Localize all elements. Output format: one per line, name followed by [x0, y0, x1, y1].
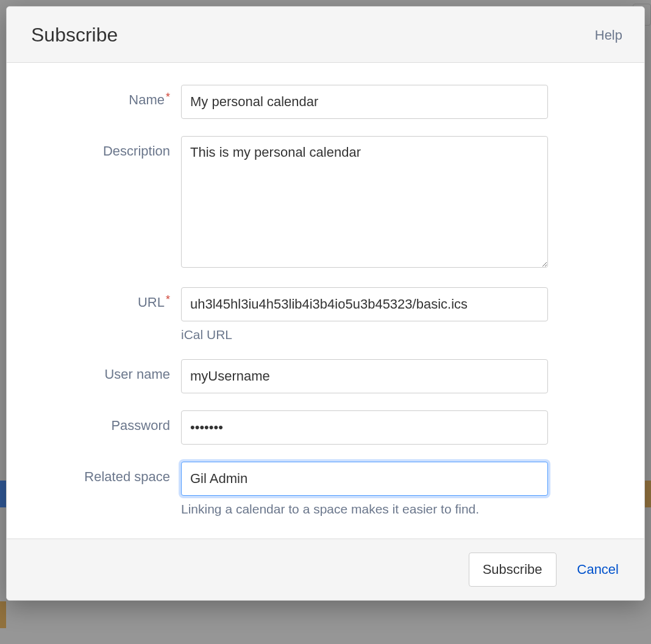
- related-space-helper-text: Linking a calendar to a space makes it e…: [181, 502, 548, 517]
- required-star-icon: *: [166, 91, 170, 103]
- related-space-field-wrap: Linking a calendar to a space makes it e…: [181, 462, 548, 517]
- description-label: Description: [41, 136, 181, 159]
- name-label-text: Name: [129, 92, 165, 107]
- field-row-related-space: Related space Linking a calendar to a sp…: [41, 462, 610, 517]
- password-field-wrap: [181, 410, 548, 445]
- username-label: User name: [41, 359, 181, 382]
- modal-backdrop: Subscribe Help Name* Description: [0, 0, 651, 644]
- related-space-input[interactable]: [181, 462, 548, 496]
- url-label-text: URL: [138, 295, 165, 310]
- password-input[interactable]: [181, 410, 548, 445]
- name-input[interactable]: [181, 85, 548, 119]
- description-field-wrap: [181, 136, 548, 270]
- required-star-icon: *: [166, 293, 170, 306]
- subscribe-dialog: Subscribe Help Name* Description: [6, 6, 645, 601]
- url-input[interactable]: [181, 287, 548, 321]
- username-field-wrap: [181, 359, 548, 393]
- url-helper-text: iCal URL: [181, 327, 548, 342]
- username-input[interactable]: [181, 359, 548, 393]
- dialog-title: Subscribe: [31, 24, 118, 46]
- subscribe-button[interactable]: Subscribe: [469, 553, 557, 587]
- field-row-url: URL* iCal URL: [41, 287, 610, 342]
- field-row-password: Password: [41, 410, 610, 445]
- cancel-button[interactable]: Cancel: [574, 561, 622, 578]
- dialog-footer: Subscribe Cancel: [7, 538, 644, 600]
- password-label: Password: [41, 410, 181, 434]
- related-space-label: Related space: [41, 462, 181, 485]
- dialog-header: Subscribe Help: [7, 7, 644, 63]
- name-label: Name*: [41, 85, 181, 108]
- name-field-wrap: [181, 85, 548, 119]
- url-field-wrap: iCal URL: [181, 287, 548, 342]
- help-link[interactable]: Help: [595, 27, 622, 43]
- field-row-username: User name: [41, 359, 610, 393]
- description-textarea[interactable]: [181, 136, 548, 268]
- dialog-body: Name* Description URL* iCal URL: [7, 63, 644, 538]
- field-row-description: Description: [41, 136, 610, 270]
- field-row-name: Name*: [41, 85, 610, 119]
- url-label: URL*: [41, 287, 181, 310]
